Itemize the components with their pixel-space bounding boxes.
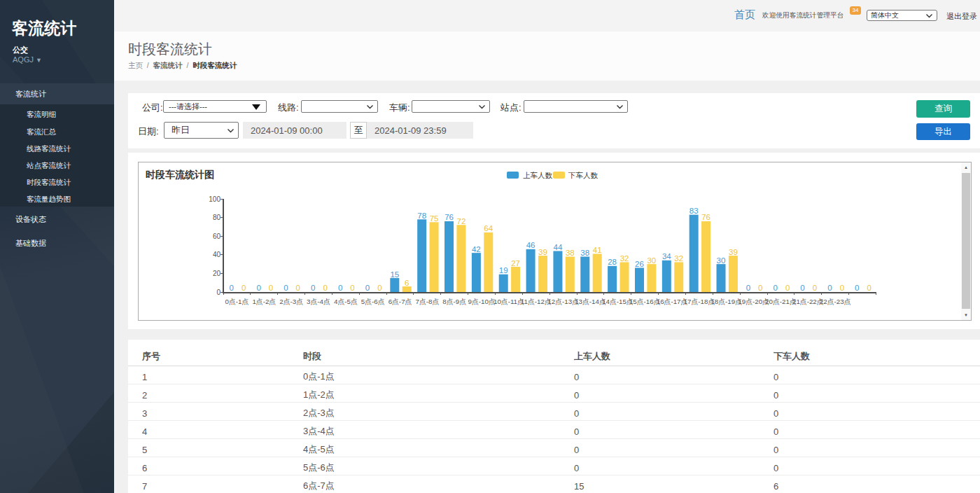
svg-text:72: 72 bbox=[457, 217, 466, 225]
svg-text:40: 40 bbox=[213, 251, 221, 258]
svg-text:0: 0 bbox=[284, 284, 288, 292]
svg-text:0: 0 bbox=[800, 284, 804, 292]
svg-text:0: 0 bbox=[311, 284, 315, 292]
svg-text:4点-5点: 4点-5点 bbox=[334, 298, 358, 305]
svg-text:0: 0 bbox=[256, 284, 260, 292]
svg-text:0: 0 bbox=[746, 284, 750, 292]
svg-text:34: 34 bbox=[662, 252, 671, 261]
svg-text:76: 76 bbox=[701, 213, 710, 221]
svg-text:0: 0 bbox=[774, 284, 778, 292]
svg-text:10点-11点: 10点-11点 bbox=[493, 298, 524, 305]
svg-text:19: 19 bbox=[499, 266, 508, 275]
svg-text:0: 0 bbox=[241, 284, 246, 292]
svg-text:27: 27 bbox=[511, 259, 520, 268]
svg-text:75: 75 bbox=[430, 214, 439, 223]
svg-text:78: 78 bbox=[417, 211, 426, 220]
svg-text:32: 32 bbox=[674, 254, 683, 263]
svg-text:32: 32 bbox=[620, 254, 629, 263]
svg-text:0: 0 bbox=[840, 284, 844, 292]
svg-text:0: 0 bbox=[365, 284, 370, 292]
svg-text:22点-23点: 22点-23点 bbox=[820, 298, 851, 305]
svg-text:46: 46 bbox=[526, 241, 536, 249]
svg-text:0点-1点: 0点-1点 bbox=[225, 298, 249, 305]
svg-text:83: 83 bbox=[690, 207, 699, 215]
svg-text:5点-6点: 5点-6点 bbox=[361, 298, 385, 305]
svg-text:39: 39 bbox=[538, 248, 547, 256]
svg-text:0: 0 bbox=[338, 284, 342, 292]
svg-text:9点-10点: 9点-10点 bbox=[468, 298, 495, 305]
svg-text:20: 20 bbox=[213, 270, 221, 277]
svg-text:7点-8点: 7点-8点 bbox=[415, 298, 439, 305]
svg-text:0: 0 bbox=[269, 284, 273, 292]
svg-text:0: 0 bbox=[296, 284, 300, 292]
svg-text:80: 80 bbox=[213, 214, 221, 221]
svg-text:60: 60 bbox=[213, 232, 221, 240]
svg-text:15: 15 bbox=[390, 270, 399, 279]
svg-text:0: 0 bbox=[323, 284, 327, 292]
svg-text:38: 38 bbox=[566, 249, 575, 257]
svg-text:0: 0 bbox=[216, 289, 220, 296]
svg-text:1点-2点: 1点-2点 bbox=[252, 298, 276, 305]
svg-text:0: 0 bbox=[813, 284, 817, 292]
svg-text:6点-7点: 6点-7点 bbox=[388, 298, 412, 305]
svg-text:0: 0 bbox=[785, 284, 790, 292]
svg-text:41: 41 bbox=[593, 246, 602, 254]
svg-text:30: 30 bbox=[717, 256, 726, 265]
svg-text:30: 30 bbox=[647, 256, 656, 265]
svg-text:100: 100 bbox=[209, 195, 220, 203]
svg-text:0: 0 bbox=[377, 284, 382, 292]
svg-text:76: 76 bbox=[444, 213, 454, 221]
svg-text:42: 42 bbox=[472, 245, 481, 254]
svg-text:0: 0 bbox=[758, 284, 762, 292]
svg-text:8点-9点: 8点-9点 bbox=[442, 298, 466, 305]
svg-text:44: 44 bbox=[554, 243, 563, 251]
svg-text:0: 0 bbox=[827, 284, 832, 292]
svg-text:0: 0 bbox=[350, 284, 354, 292]
svg-text:0: 0 bbox=[867, 284, 871, 292]
svg-text:26: 26 bbox=[635, 260, 644, 268]
svg-text:38: 38 bbox=[580, 249, 589, 257]
svg-text:64: 64 bbox=[484, 224, 493, 232]
svg-text:2点-3点: 2点-3点 bbox=[279, 298, 303, 305]
svg-text:39: 39 bbox=[729, 248, 738, 256]
svg-text:0: 0 bbox=[855, 284, 859, 292]
svg-text:6: 6 bbox=[405, 279, 409, 287]
svg-text:3点-4点: 3点-4点 bbox=[307, 298, 330, 305]
svg-text:0: 0 bbox=[230, 284, 234, 292]
svg-text:28: 28 bbox=[608, 258, 617, 266]
